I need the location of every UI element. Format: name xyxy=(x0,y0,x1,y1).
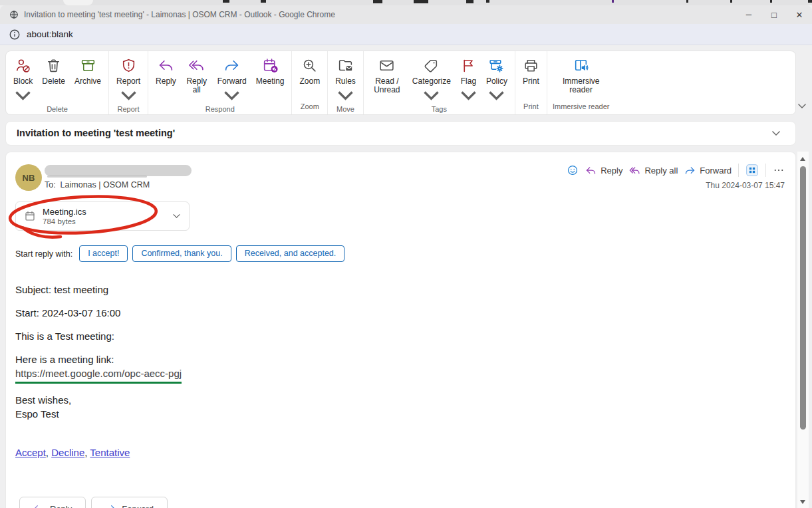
signature-line-1: Best wishes, xyxy=(15,393,182,407)
rsvp-tentative-link[interactable]: Tentative xyxy=(90,447,130,458)
ribbon-group-zoom: Zoom Zoom xyxy=(292,51,328,114)
attachment-chevron-down-icon[interactable] xyxy=(172,213,181,219)
footer-reply-button[interactable]: Reply xyxy=(19,497,86,508)
reply-all-button[interactable]: Reply all xyxy=(181,51,213,95)
immersive-reader-button[interactable]: Immersive reader xyxy=(555,51,607,95)
read-unread-label: Read / Unread xyxy=(371,77,403,95)
meeting-link-url[interactable]: https://meet.google.com/opc-aecc-pgj xyxy=(15,366,182,384)
ribbon-group-respond: Reply Reply all Forward Meeting Respond xyxy=(148,51,292,114)
suggested-reply-received[interactable]: Received, and accepted. xyxy=(236,245,345,262)
subject-bar: Invitation to meeting 'test meeting' xyxy=(5,121,796,146)
email-body: Subject: test meeting Start: 2024-03-07 … xyxy=(15,283,182,469)
zoom-button[interactable]: Zoom xyxy=(295,51,325,86)
block-icon xyxy=(15,57,31,74)
reply-all-label: Reply all xyxy=(186,77,208,95)
rsvp-links-row: Accept, Decline, Tentative xyxy=(15,445,182,459)
attachment-size: 784 bytes xyxy=(43,217,172,225)
divider xyxy=(765,164,766,177)
scrollbar-down-arrow[interactable] xyxy=(800,500,805,504)
ribbon-group-print: Print Print xyxy=(515,51,547,114)
group-label-immersive-reader: Immersive reader xyxy=(550,101,612,114)
delete-button[interactable]: Delete xyxy=(37,51,70,86)
reply-label: Reply xyxy=(156,77,176,86)
header-reply-label: Reply xyxy=(601,166,622,176)
vertical-scrollbar[interactable] xyxy=(797,152,809,508)
quick-action-buttons: Reply Forward xyxy=(19,497,168,508)
policy-label: Policy xyxy=(486,77,507,86)
print-label: Print xyxy=(523,77,539,86)
chevron-down-icon[interactable] xyxy=(771,130,781,136)
ribbon-toolbar: Block Delete Archive Delete Report Repor… xyxy=(5,51,796,115)
attachment-card[interactable]: Meeting.ics 784 bytes xyxy=(15,201,190,231)
archive-button[interactable]: Archive xyxy=(70,51,106,86)
globe-favicon-icon xyxy=(9,10,19,19)
group-label-respond: Respond xyxy=(151,104,289,115)
group-label-print: Print xyxy=(518,101,544,114)
address-url[interactable]: about:blank xyxy=(27,24,73,45)
window-titlebar: Invitation to meeting 'test meeting' - L… xyxy=(0,5,812,24)
minimize-button[interactable]: – xyxy=(736,5,761,24)
categorize-icon xyxy=(423,57,440,74)
footer-forward-button[interactable]: Forward xyxy=(91,497,168,508)
scrollbar-thumb[interactable] xyxy=(800,166,806,430)
header-reply-button[interactable]: Reply xyxy=(585,165,622,176)
group-label-move: Move xyxy=(331,104,360,115)
header-forward-label: Forward xyxy=(700,166,732,176)
chevron-down-icon xyxy=(120,87,137,104)
close-button[interactable]: ✕ xyxy=(787,5,812,24)
group-label-tags: Tags xyxy=(366,104,512,115)
body-link-paragraph: Here is a meeting link: https://meet.goo… xyxy=(15,352,182,384)
suggested-reply-confirmed[interactable]: Confirmed, thank you. xyxy=(132,245,231,262)
body-signature: Best wishes, Espo Test xyxy=(15,393,182,421)
flag-label: Flag xyxy=(461,77,476,86)
read-unread-icon xyxy=(378,57,395,74)
header-reply-all-label: Reply all xyxy=(644,166,678,176)
flag-button[interactable]: Flag xyxy=(456,51,481,104)
address-bar[interactable]: about:blank xyxy=(0,24,812,45)
to-recipients[interactable]: To: Laimonas | OSOM CRM xyxy=(45,180,150,190)
rsvp-accept-link[interactable]: Accept xyxy=(15,447,46,458)
scrollbar-up-arrow[interactable] xyxy=(800,157,805,161)
ribbon-group-move: Rules Move xyxy=(328,51,364,114)
avatar[interactable]: NB xyxy=(15,164,42,191)
reply-all-icon xyxy=(188,57,205,74)
read-unread-button[interactable]: Read / Unread xyxy=(366,51,408,95)
header-reply-all-button[interactable]: Reply all xyxy=(629,165,678,176)
reply-button[interactable]: Reply xyxy=(151,51,181,86)
print-button[interactable]: Print xyxy=(518,51,544,86)
window-title: Invitation to meeting 'test meeting' - L… xyxy=(24,5,335,24)
policy-icon xyxy=(488,57,505,74)
apps-grid-icon[interactable] xyxy=(745,164,759,177)
categorize-button[interactable]: Categorize xyxy=(408,51,456,104)
rsvp-decline-link[interactable]: Decline xyxy=(51,447,84,458)
ribbon-collapse-chevron-icon[interactable] xyxy=(797,103,807,109)
immersive-reader-icon xyxy=(573,57,589,74)
suggested-reply-accept[interactable]: I accept! xyxy=(79,245,128,262)
block-button[interactable]: Block xyxy=(9,51,37,104)
meeting-link-label: Here is a meeting link: xyxy=(15,352,182,366)
block-label: Block xyxy=(13,77,33,86)
smiley-reaction-icon[interactable] xyxy=(567,164,579,176)
chevron-down-icon xyxy=(337,87,354,104)
archive-label: Archive xyxy=(74,77,101,86)
more-icon[interactable] xyxy=(773,164,785,176)
rules-button[interactable]: Rules xyxy=(331,51,360,104)
sender-name-remnant xyxy=(47,176,147,178)
delete-label: Delete xyxy=(42,77,65,86)
report-button[interactable]: Report xyxy=(112,51,145,104)
rsvp-separator: , xyxy=(46,447,51,458)
policy-button[interactable]: Policy xyxy=(481,51,512,104)
header-forward-button[interactable]: Forward xyxy=(684,165,732,176)
divider xyxy=(738,164,739,177)
signature-line-2: Espo Test xyxy=(15,407,182,421)
email-subject-title: Invitation to meeting 'test meeting' xyxy=(17,122,175,145)
info-icon[interactable] xyxy=(9,29,21,41)
meeting-label: Meeting xyxy=(256,77,285,86)
meeting-button[interactable]: Meeting xyxy=(251,51,289,86)
chevron-down-icon xyxy=(488,87,505,104)
group-label-zoom: Zoom xyxy=(295,101,325,114)
maximize-button[interactable]: □ xyxy=(761,5,787,24)
ribbon-group-delete: Block Delete Archive Delete xyxy=(6,51,109,114)
forward-button[interactable]: Forward xyxy=(213,51,251,104)
attachment-name[interactable]: Meeting.ics xyxy=(43,207,172,217)
